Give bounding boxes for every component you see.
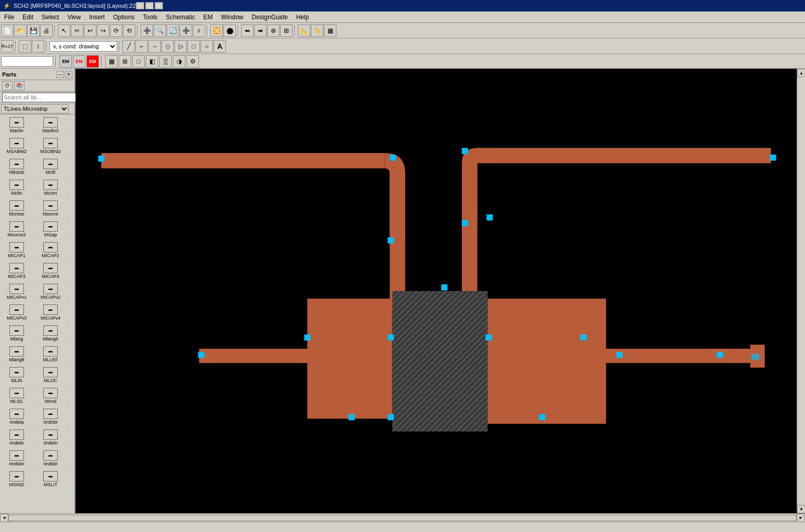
layers-btn[interactable]: ⬚ xyxy=(19,40,31,53)
part-item-micapv3[interactable]: ▬MICAPv3 xyxy=(0,302,34,323)
panel-close-button[interactable]: ✕ xyxy=(65,71,72,78)
move-left-button[interactable]: ⬅ xyxy=(241,24,254,37)
scroll-up-button[interactable]: ▲ xyxy=(797,69,805,77)
layer-btn[interactable]: ◑ xyxy=(173,55,185,68)
menu-item-tools[interactable]: Tools xyxy=(139,11,162,22)
scroll-left-button[interactable]: ◄ xyxy=(0,514,8,522)
part-item-mourve2[interactable]: ▬Mourve2 xyxy=(0,219,34,239)
rotate-ccw-button[interactable]: ⟲ xyxy=(123,24,135,37)
snap-button[interactable]: 📐 xyxy=(298,24,310,37)
part-item-micap3[interactable]: ▬MICAP3 xyxy=(0,260,34,281)
minimize-button[interactable]: ─ xyxy=(136,2,144,9)
part-item-mcroso[interactable]: ▬Mcroso xyxy=(0,198,34,219)
r-btn[interactable]: R=17 xyxy=(1,40,14,53)
menu-item-help[interactable]: Help xyxy=(292,11,313,22)
port-btn[interactable]: □ xyxy=(132,55,145,68)
open-button[interactable]: 📂 xyxy=(14,24,27,37)
em-btn-2[interactable]: EM xyxy=(73,55,85,68)
search-input[interactable] xyxy=(2,93,77,102)
panel-clock-icon[interactable]: ⏱ xyxy=(2,81,12,91)
menu-item-insert[interactable]: Insert xyxy=(85,11,109,22)
arrow-btn[interactable]: → xyxy=(148,40,161,53)
redo-button[interactable]: ↪ xyxy=(97,24,109,37)
maximize-button[interactable]: □ xyxy=(145,2,154,9)
grid3-btn[interactable]: ▦ xyxy=(105,55,118,68)
em-input[interactable] xyxy=(1,56,53,67)
em-btn-1[interactable]: EM xyxy=(59,55,72,68)
part-item-rindsbr[interactable]: ▬rindsbr xyxy=(34,448,68,468)
grid2-button[interactable]: ▦ xyxy=(324,24,336,37)
part-item-rindnbr[interactable]: ▬rindnbr xyxy=(34,406,68,427)
mirror-button[interactable]: 🔀 xyxy=(210,24,223,37)
part-item-mslit[interactable]: ▬MSLIT xyxy=(34,468,68,489)
undo-button[interactable]: ↩ xyxy=(84,24,96,37)
close-button[interactable]: ✕ xyxy=(155,2,163,9)
triangle-btn[interactable]: ▷ xyxy=(174,40,187,53)
part-item-mlin[interactable]: ▬MLIN xyxy=(0,364,34,385)
move-right-button[interactable]: ➡ xyxy=(254,24,267,37)
crosshair-button[interactable]: ⊕ xyxy=(267,24,280,37)
part-item-hbstub[interactable]: ▬HBstub xyxy=(0,156,34,177)
menu-item-em[interactable]: EM xyxy=(199,11,217,22)
menu-item-schematic[interactable]: Schematic xyxy=(162,11,199,22)
part-item-msind[interactable]: ▬MSIND xyxy=(0,468,34,489)
horizontal-scrollbar[interactable]: ◄ ► xyxy=(0,513,805,522)
hatch-btn[interactable]: ▒ xyxy=(159,55,172,68)
dot-button[interactable]: ⬤ xyxy=(223,24,236,37)
part-item-micap2[interactable]: ▬MICAP2 xyxy=(34,239,68,260)
ellipse-btn[interactable]: ○ xyxy=(200,40,213,53)
parts-list[interactable]: ▬Maclin▬Maclin3▬MSABND▬MSOBND▬HBstub▬Mcf… xyxy=(0,115,74,513)
schematic-canvas-area[interactable] xyxy=(76,69,797,513)
part-item-maclin[interactable]: ▬Maclin xyxy=(0,115,34,135)
part-item-rindsbn[interactable]: ▬rindsbn xyxy=(0,448,34,468)
menu-item-view[interactable]: View xyxy=(63,11,85,22)
grid-button[interactable]: ⊞ xyxy=(280,24,293,37)
panel-minimize-button[interactable]: ─ xyxy=(57,71,64,78)
part-item-mclin[interactable]: ▬Mclin xyxy=(0,177,34,198)
part-item-maclin3[interactable]: ▬Maclin3 xyxy=(34,115,68,135)
part-item-mrind[interactable]: ▬Mrind xyxy=(34,385,68,406)
scroll-track[interactable] xyxy=(797,77,805,505)
part-item-mlang8[interactable]: ▬Mlang8 xyxy=(0,344,34,364)
part-item-mlang[interactable]: ▬Mlang xyxy=(0,323,34,344)
part-item-msobnd[interactable]: ▬MSOBND xyxy=(34,135,68,156)
menu-item-select[interactable]: Select xyxy=(37,11,63,22)
part-item-mlang6[interactable]: ▬Mlang6 xyxy=(34,323,68,344)
text-btn[interactable]: A xyxy=(213,40,226,53)
part-item-rindela[interactable]: ▬rindela xyxy=(0,406,34,427)
scroll-right-button[interactable]: ► xyxy=(797,514,805,522)
part-item-mlsc[interactable]: ▬MLSC xyxy=(0,385,34,406)
ruler-button[interactable]: 📏 xyxy=(311,24,323,37)
part-item-mcorn[interactable]: ▬Mcorn xyxy=(34,177,68,198)
add-button[interactable]: ➕ xyxy=(141,24,153,37)
part-item-mcfil[interactable]: ▬Mcfil xyxy=(34,156,68,177)
new-button[interactable]: 📄 xyxy=(1,24,14,37)
menu-item-window[interactable]: Window xyxy=(217,11,248,22)
menu-item-edit[interactable]: Edit xyxy=(18,11,37,22)
part-item-mllef[interactable]: ▬MLLEF xyxy=(34,344,68,364)
draw-mode-select[interactable]: v, s cond: drawing xyxy=(49,41,117,52)
menu-item-file[interactable]: File xyxy=(0,11,18,22)
pointer-button[interactable]: ↖ xyxy=(58,24,70,37)
save-button[interactable]: 💾 xyxy=(27,24,40,37)
layers2-btn[interactable]: ↕ xyxy=(32,40,44,53)
em-btn-3[interactable]: EM xyxy=(86,55,99,68)
part-item-micap4[interactable]: ▬MICAP4 xyxy=(34,260,68,281)
scroll-down-button[interactable]: ▼ xyxy=(797,505,805,513)
half-btn[interactable]: ◧ xyxy=(146,55,158,68)
refresh-button[interactable]: 🔄 xyxy=(167,24,179,37)
part-item-mgap[interactable]: ▬MGap xyxy=(34,219,68,239)
menu-item-designguide[interactable]: DesignGuide xyxy=(247,11,292,22)
add2-button[interactable]: ➕ xyxy=(180,24,192,37)
part-item-micap1[interactable]: ▬MICAP1 xyxy=(0,239,34,260)
wire-button[interactable]: 2 xyxy=(193,24,205,37)
part-item-mourve[interactable]: ▬Mourve xyxy=(34,198,68,219)
grid4-btn[interactable]: ⊞ xyxy=(119,55,131,68)
zoom-button[interactable]: 🔍 xyxy=(154,24,166,37)
rotate-cw-button[interactable]: ⟳ xyxy=(110,24,122,37)
part-item-rindeln[interactable]: ▬rindeln xyxy=(34,427,68,448)
h-scroll-track[interactable] xyxy=(8,515,797,521)
part-item-micapv2[interactable]: ▬MICAPv2 xyxy=(34,281,68,302)
part-item-rindebr[interactable]: ▬rindebr xyxy=(0,427,34,448)
panel-lib-icon[interactable]: 📚 xyxy=(14,81,24,91)
